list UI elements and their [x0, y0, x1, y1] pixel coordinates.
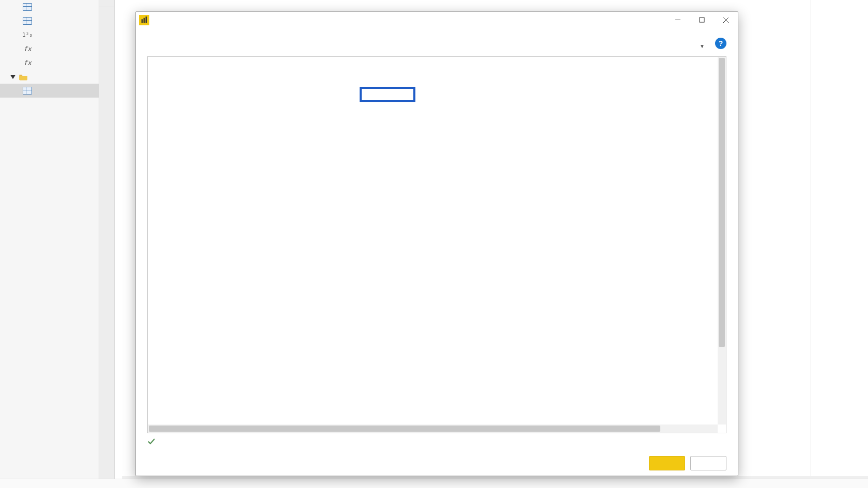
chevron-down-icon: ▼ — [700, 43, 705, 49]
chevron-down-icon — [10, 75, 16, 79]
table-icon — [23, 17, 32, 25]
cancel-button[interactable] — [690, 456, 726, 470]
row-gutter — [99, 0, 115, 479]
svg-rect-2 — [146, 17, 147, 23]
table-icon — [23, 3, 32, 11]
app-icon — [139, 15, 149, 25]
done-button[interactable] — [649, 456, 685, 470]
highlight-annotation — [360, 87, 415, 102]
query-item[interactable] — [0, 14, 99, 28]
query-item[interactable]: fx — [0, 42, 99, 56]
queries-panel: 1²₃ fx fx — [0, 0, 99, 479]
display-options-dropdown[interactable]: ▼ — [698, 43, 705, 49]
close-icon — [723, 17, 729, 23]
code-text[interactable] — [148, 57, 718, 424]
svg-rect-3 — [675, 20, 680, 20]
horizontal-scrollbar[interactable] — [148, 424, 718, 433]
function-icon: fx — [23, 58, 32, 68]
maximize-icon — [699, 17, 705, 23]
dialog-body: ▼ ? — [136, 28, 738, 476]
query-item[interactable]: 1²₃ — [0, 28, 99, 42]
svg-rect-1 — [144, 18, 145, 23]
check-icon — [147, 437, 156, 446]
folder-icon — [19, 73, 28, 81]
close-button[interactable] — [714, 13, 738, 27]
advanced-editor-dialog: ▼ ? — [135, 11, 738, 476]
number-icon: 1²₃ — [23, 30, 32, 40]
vertical-scrollbar[interactable] — [718, 57, 726, 424]
svg-rect-0 — [142, 19, 143, 23]
help-button[interactable]: ? — [715, 38, 726, 49]
query-group[interactable] — [0, 70, 99, 84]
dialog-titlebar[interactable] — [136, 12, 738, 28]
scroll-thumb[interactable] — [149, 426, 660, 432]
svg-rect-4 — [700, 18, 704, 22]
function-icon: fx — [23, 44, 32, 54]
maximize-button[interactable] — [690, 13, 714, 27]
query-item[interactable]: fx — [0, 56, 99, 70]
data-blank-col — [811, 0, 868, 479]
minimize-icon — [675, 17, 681, 23]
syntax-status — [147, 437, 726, 446]
scroll-thumb[interactable] — [719, 58, 725, 347]
dialog-sys-buttons — [667, 13, 738, 27]
table-icon — [23, 87, 32, 95]
dialog-buttons — [147, 456, 726, 470]
code-editor[interactable] — [147, 56, 726, 433]
status-bar — [0, 479, 868, 488]
query-item-selected[interactable] — [0, 84, 99, 98]
query-item[interactable] — [0, 0, 99, 14]
dialog-header: ▼ ? — [147, 38, 726, 49]
row-index — [99, 0, 114, 7]
minimize-button[interactable] — [667, 13, 690, 27]
